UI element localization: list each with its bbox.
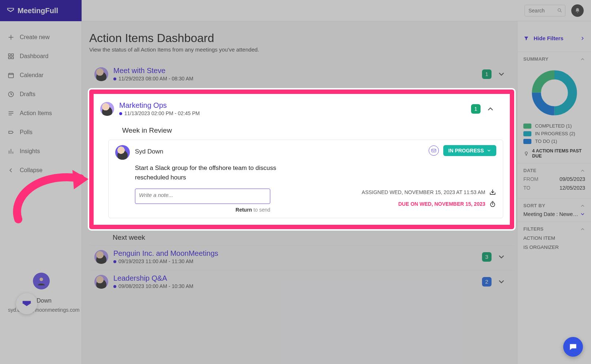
filters-section: FILTERS ACTION ITEM IS ORGANIZER xyxy=(517,222,591,254)
filters-heading: FILTERS xyxy=(523,226,543,232)
topbar xyxy=(82,0,591,21)
polls-icon xyxy=(7,129,15,136)
chevron-up-icon[interactable] xyxy=(580,227,585,232)
svg-point-14 xyxy=(525,152,528,154)
brand-name: MeetingFull xyxy=(18,7,58,15)
sidebar-item-label: Create new xyxy=(20,34,50,41)
user-name: Down xyxy=(37,297,52,304)
meeting-title[interactable]: Leadership Q&A xyxy=(113,274,482,283)
meeting-list: Meet with Steve 11/29/2023 08:00 AM - 08… xyxy=(89,63,514,295)
sidebar-item-label: Polls xyxy=(20,129,33,136)
chevron-up-icon[interactable] xyxy=(580,203,585,208)
filter-item[interactable]: IS ORGANIZER xyxy=(523,241,585,250)
sidebar-item-insights[interactable]: Insights xyxy=(0,142,82,161)
action-count-badge: 2 xyxy=(482,277,492,287)
chat-icon xyxy=(568,342,578,352)
filter-item[interactable]: ACTION ITEM xyxy=(523,232,585,241)
mail-icon[interactable] xyxy=(429,145,439,156)
sidebar-nav: Create new Dashboard Calendar Drafts Act… xyxy=(0,21,82,180)
sidebar-item-collapse[interactable]: Collapse xyxy=(0,161,82,180)
sidebar-item-create-new[interactable]: Create new xyxy=(0,28,82,47)
svg-rect-1 xyxy=(12,54,14,56)
action-count-badge: 3 xyxy=(482,252,492,262)
sidebar-item-label: Drafts xyxy=(20,91,35,98)
collapse-icon xyxy=(7,167,15,174)
bell-icon xyxy=(574,7,581,14)
meeting-title[interactable]: Penguin Inc. and MoonMeetings xyxy=(113,249,482,258)
inbox-icon xyxy=(489,189,496,196)
svg-rect-4 xyxy=(8,73,14,78)
meeting-time: 09/08/2023 10:00 AM - 10:30 AM xyxy=(113,283,482,289)
list-icon xyxy=(7,110,15,117)
main-content: Action Items Dashboard View the status o… xyxy=(82,21,517,364)
meeting-title[interactable]: Meet with Steve xyxy=(113,67,482,75)
search-icon xyxy=(557,8,562,13)
avatar xyxy=(94,67,108,81)
action-item-body: Start a Slack group for the offshore tea… xyxy=(135,163,281,182)
hide-filters-button[interactable]: Hide Filters xyxy=(517,21,591,52)
page-subtitle: View the status of all Action Items from… xyxy=(89,46,514,53)
calendar-icon xyxy=(7,72,15,79)
hide-filters-label: Hide Filters xyxy=(534,35,564,41)
status-dropdown[interactable]: IN PROGRESS xyxy=(443,145,496,156)
date-heading: DATE xyxy=(523,168,537,173)
svg-point-7 xyxy=(558,8,561,11)
sidebar-item-label: Action Items xyxy=(20,110,52,117)
expand-toggle[interactable] xyxy=(497,278,505,286)
collapse-toggle[interactable] xyxy=(486,105,494,113)
meeting-row: Leadership Q&A 09/08/2023 10:00 AM - 10:… xyxy=(89,270,514,295)
user-avatar[interactable] xyxy=(33,273,50,289)
date-section: DATE FROM09/05/2023 TO12/05/2023 xyxy=(517,163,591,198)
brand-logo[interactable]: MeetingFull xyxy=(0,0,82,21)
meeting-time: 09/19/2023 11:00 AM - 11:30 AM xyxy=(113,258,482,264)
sort-dropdown[interactable]: Meeting Date : Newe… xyxy=(523,211,585,217)
assignee-avatar xyxy=(115,145,130,160)
svg-rect-3 xyxy=(12,57,14,59)
assignee-name: Syd Down xyxy=(135,145,163,155)
chevron-up-icon[interactable] xyxy=(580,168,585,173)
chart-legend: COMPLETED (1) IN PROGRESS (2) TO DO (1) xyxy=(523,123,585,144)
avatar xyxy=(94,250,108,264)
status-label: IN PROGRESS xyxy=(448,148,484,153)
expand-toggle[interactable] xyxy=(497,253,505,261)
legend-swatch xyxy=(523,139,531,144)
avatar xyxy=(94,275,108,289)
legend-item: IN PROGRESS (2) xyxy=(523,131,585,136)
date-from-row[interactable]: FROM09/05/2023 xyxy=(523,176,585,182)
action-count-badge: 1 xyxy=(482,69,492,79)
floating-brand-icon[interactable] xyxy=(16,293,37,314)
chevron-down-icon xyxy=(580,212,585,217)
summary-heading: SUMMARY xyxy=(523,56,549,62)
sidebar-item-label: Collapse xyxy=(20,167,42,174)
meeting-time: 11/13/2023 02:00 PM - 02:45 PM xyxy=(119,110,471,116)
note-hint: Return to send xyxy=(135,207,270,213)
meeting-topic: Week in Review xyxy=(122,126,503,134)
filters-panel: Hide Filters SUMMARY COMPLETED (1) IN PR… xyxy=(517,21,591,364)
sidebar: MeetingFull Create new Dashboard Calenda… xyxy=(0,0,82,364)
dashboard-icon xyxy=(7,53,15,60)
sidebar-item-calendar[interactable]: Calendar xyxy=(0,66,82,85)
section-label: Next week xyxy=(113,234,514,242)
filter-icon xyxy=(523,35,529,41)
sidebar-item-polls[interactable]: Polls xyxy=(0,123,82,142)
expand-toggle[interactable] xyxy=(497,70,505,78)
assigned-date: ASSIGNED WED, NOVEMBER 15, 2023 AT 11:53… xyxy=(362,189,496,196)
sort-section: SORT BY Meeting Date : Newe… xyxy=(517,198,591,222)
sidebar-item-action-items[interactable]: Action Items xyxy=(0,104,82,123)
chevron-up-icon[interactable] xyxy=(580,57,585,62)
action-item-card: Syd Down IN PROGRESS Start a Slack group… xyxy=(108,140,503,218)
chat-button[interactable] xyxy=(563,337,583,357)
insights-icon xyxy=(7,148,15,155)
avatar xyxy=(100,102,114,116)
note-input[interactable] xyxy=(135,189,270,204)
meeting-title[interactable]: Marketing Ops xyxy=(119,101,471,110)
meeting-time: 11/29/2023 08:00 AM - 08:30 AM xyxy=(113,76,482,81)
chevron-down-icon xyxy=(487,148,491,153)
date-to-row[interactable]: TO12/05/2023 xyxy=(523,185,585,191)
notifications-button[interactable] xyxy=(571,4,584,17)
sidebar-item-dashboard[interactable]: Dashboard xyxy=(0,47,82,66)
clock-icon xyxy=(7,91,15,98)
page-title: Action Items Dashboard xyxy=(89,31,514,45)
sidebar-item-drafts[interactable]: Drafts xyxy=(0,85,82,104)
search-box xyxy=(524,5,565,16)
